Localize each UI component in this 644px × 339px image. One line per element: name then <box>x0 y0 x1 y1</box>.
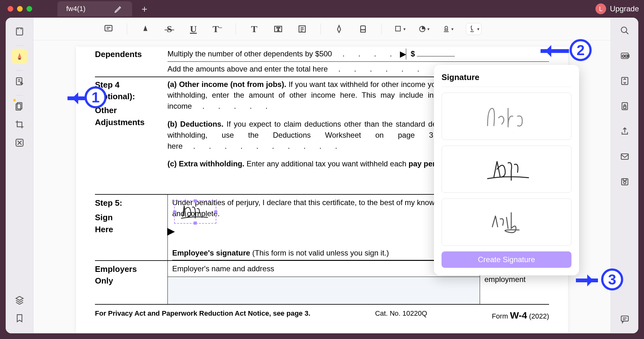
svg-point-15 <box>621 27 627 33</box>
share-icon[interactable] <box>618 125 631 138</box>
signature-tool-icon[interactable]: ▾ <box>466 23 481 35</box>
form-footer: For Privacy Act and Paperwork Reduction … <box>95 308 549 322</box>
line-multiply-dependents: Multiply the number of other dependents … <box>167 49 332 60</box>
signature-popover-title: Signature <box>442 72 571 82</box>
annotation-arrow <box>541 49 569 53</box>
convert-icon[interactable] <box>618 74 631 88</box>
color-tool-icon[interactable]: ▾ <box>418 23 430 35</box>
squiggly-tool-icon[interactable]: T〰 <box>212 23 223 35</box>
amount-field[interactable] <box>417 49 455 56</box>
stamp-tool-icon[interactable]: ▾ <box>442 23 454 35</box>
svg-rect-21 <box>621 154 628 159</box>
text-tool-icon[interactable]: T <box>249 23 260 35</box>
leader-dots: . . . . . . <box>328 64 422 75</box>
thumbnails-icon[interactable] <box>12 24 27 39</box>
line-add-total: Add the amounts above and enter the tota… <box>167 64 328 75</box>
minimize-window-button[interactable] <box>17 6 23 12</box>
layers-icon[interactable] <box>12 292 27 307</box>
textbox-tool-icon[interactable]: T <box>272 23 284 35</box>
underline-tool-icon[interactable]: U <box>188 23 199 35</box>
svg-rect-12 <box>395 26 400 31</box>
active-tool-indicator <box>13 99 16 101</box>
new-tab-button[interactable]: ＋ <box>140 3 149 15</box>
signature-option-1[interactable] <box>442 93 571 140</box>
annotation-arrow <box>576 279 598 282</box>
rename-tab-icon[interactable] <box>114 4 123 14</box>
tab-title: fw4(1) <box>66 5 85 13</box>
signature-option-3[interactable] <box>442 198 571 246</box>
signature-option-2[interactable] <box>442 146 571 193</box>
edit-text-icon[interactable] <box>12 74 27 89</box>
footer-formid: Form W-4 (2022) <box>492 308 549 322</box>
search-icon[interactable] <box>618 24 631 37</box>
svg-rect-24 <box>621 316 628 321</box>
employer-name-address-cell[interactable]: Employer's name and address <box>167 261 480 304</box>
annotation-callout-2: 2 <box>570 39 592 61</box>
mail-icon[interactable] <box>618 150 631 163</box>
svg-rect-0 <box>16 28 23 35</box>
annotation-toolbar: S— U T〰 T T ▾ ▾ ▾ ▾ <box>33 18 611 40</box>
maximize-window-button[interactable] <box>26 6 32 12</box>
app-frame: S— U T〰 T T ▾ ▾ ▾ ▾ Dependents <box>6 18 638 333</box>
arrow-right-icon: ▶ <box>167 224 175 238</box>
svg-rect-20 <box>624 106 626 109</box>
section-label-dependents: Dependents <box>95 47 167 77</box>
shape-tool-icon[interactable]: ▾ <box>394 23 406 35</box>
svg-text:OCR: OCR <box>622 54 629 58</box>
annotation-arrow <box>67 96 86 100</box>
leader-dots: . . . . <box>332 49 401 60</box>
svg-rect-10 <box>361 26 366 30</box>
user-avatar[interactable]: L <box>595 3 606 14</box>
dollar-sign: $ <box>406 49 415 60</box>
form-tool-icon[interactable] <box>296 23 308 35</box>
ocr-icon[interactable]: OCR <box>618 49 631 62</box>
crop-icon[interactable] <box>12 117 27 132</box>
window-titlebar: fw4(1) ＋ L Upgrade <box>0 0 644 18</box>
footer-privacy: For Privacy Act and Paperwork Reduction … <box>95 308 310 322</box>
pen-tool-icon[interactable] <box>333 23 345 35</box>
section-label-step5: Step 5: Sign Here <box>95 195 167 260</box>
highlighter-tool-icon[interactable] <box>140 23 151 35</box>
note-tool-icon[interactable] <box>103 23 114 35</box>
upgrade-button[interactable]: Upgrade <box>610 4 639 13</box>
signature-popover: Signature Create Signature <box>434 65 579 275</box>
close-window-button[interactable] <box>8 6 13 12</box>
annotate-tool-icon[interactable] <box>12 49 27 64</box>
redact-icon[interactable] <box>12 135 27 150</box>
eraser-tool-icon[interactable] <box>357 23 369 35</box>
svg-text:T: T <box>277 26 280 32</box>
document-area: S— U T〰 T T ▾ ▾ ▾ ▾ Dependents <box>33 18 611 333</box>
svg-rect-11 <box>361 30 366 32</box>
annotation-callout-3: 3 <box>601 268 623 290</box>
lock-file-icon[interactable] <box>618 100 631 113</box>
bookmark-icon[interactable] <box>12 311 27 326</box>
document-tab[interactable]: fw4(1) <box>57 1 132 16</box>
signature-caption-bold: Employee's signature <box>172 249 250 257</box>
section-label-step4: Step 4 (optional): Other Adjustments <box>95 77 167 179</box>
svg-rect-1 <box>18 58 21 60</box>
svg-rect-6 <box>105 25 112 31</box>
window-controls <box>8 6 32 12</box>
footer-catno: Cat. No. 10220Q <box>375 308 427 322</box>
strikethrough-tool-icon[interactable]: S— <box>164 23 175 35</box>
section-label-employers: Employers Only <box>95 261 167 304</box>
arrow-right-icon: ▶ <box>400 48 406 60</box>
signature-caption-rest: (This form is not valid unless you sign … <box>250 249 389 257</box>
annotation-callout-1: 1 <box>85 86 107 108</box>
left-sidebar <box>6 18 33 333</box>
comments-icon[interactable] <box>618 313 631 326</box>
save-icon[interactable] <box>618 175 631 188</box>
create-signature-button[interactable]: Create Signature <box>442 251 571 268</box>
svg-point-14 <box>445 26 448 29</box>
placed-signature[interactable] <box>174 200 216 224</box>
svg-point-23 <box>624 181 626 184</box>
